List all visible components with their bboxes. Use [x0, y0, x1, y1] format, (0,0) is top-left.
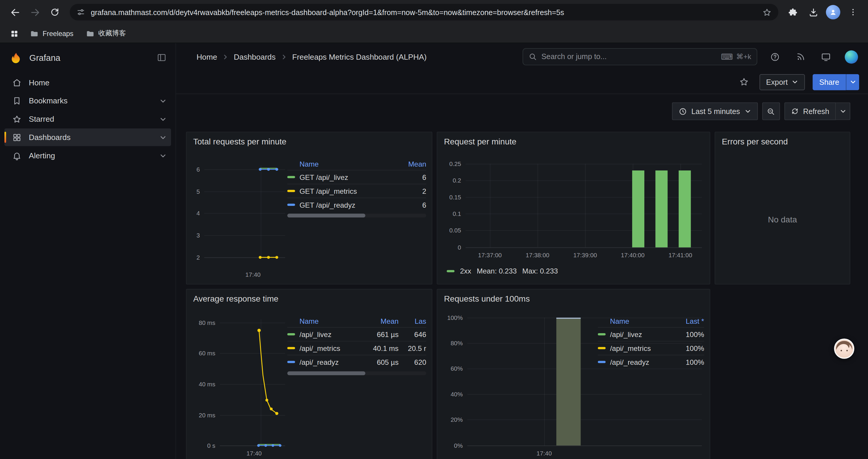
legend-row: /api/_metrics 40.1 ms 20.5 r: [287, 341, 426, 355]
app-header: Home Dashboards Freeleaps Metrics Dashbo…: [176, 43, 868, 70]
zoom-out-icon[interactable]: [762, 102, 780, 120]
panel-title[interactable]: Errors per second: [715, 132, 850, 146]
chevron-down-icon[interactable]: [159, 97, 167, 104]
legend-header-mean[interactable]: Mean: [404, 160, 426, 168]
legend-header-name[interactable]: Name: [610, 317, 672, 325]
chevron-down-icon[interactable]: [159, 133, 167, 140]
help-icon[interactable]: [767, 49, 783, 64]
series-color-dash: [447, 270, 454, 272]
bookmarks-bar: Freeleaps 收藏博客: [0, 24, 868, 42]
x-tick: 17:40: [245, 271, 260, 277]
y-tick: 100%: [437, 314, 463, 321]
line-chart: [217, 317, 289, 450]
favorite-star-icon[interactable]: [736, 74, 752, 90]
browser-toolbar: [0, 0, 868, 24]
chevron-down-icon[interactable]: [159, 116, 167, 123]
panel-title[interactable]: Request per minute: [437, 132, 710, 146]
sidebar-item-bookmarks[interactable]: Bookmarks: [4, 92, 171, 109]
legend-header-last[interactable]: Las: [403, 317, 426, 325]
dock-menu-icon[interactable]: [157, 52, 167, 64]
extensions-icon[interactable]: [784, 3, 803, 22]
search-box[interactable]: ⌨ ⌘+k: [523, 48, 757, 65]
legend: 2xx Mean: 0.233 Max: 0.233: [447, 267, 558, 275]
y-tick: 0: [437, 244, 461, 251]
refresh-interval-dropdown[interactable]: [836, 102, 850, 120]
share-button[interactable]: Share: [813, 74, 846, 90]
screen: Freeleaps 收藏博客 Grafana: [0, 0, 868, 459]
rss-icon[interactable]: [793, 49, 808, 64]
panel-title[interactable]: Requests under 100ms: [437, 290, 710, 303]
browser-menu-icon[interactable]: [844, 3, 863, 22]
user-avatar[interactable]: [844, 49, 859, 64]
scrollbar-thumb[interactable]: [287, 371, 365, 375]
refresh-button[interactable]: Refresh: [784, 102, 836, 120]
url-input[interactable]: [91, 8, 756, 16]
sidebar-item-dashboards[interactable]: Dashboards: [4, 129, 171, 146]
tab-groups-icon[interactable]: [6, 26, 22, 41]
x-tick: 17:37:00: [478, 252, 502, 258]
scrollbar-thumb[interactable]: [287, 214, 365, 218]
legend-row: GET /api/_metrics 2: [287, 184, 426, 198]
breadcrumb-dashboards[interactable]: Dashboards: [234, 52, 275, 61]
y-tick: 2: [186, 254, 200, 261]
avatar-image: [834, 338, 855, 359]
grafana-logo-icon[interactable]: [9, 51, 23, 65]
legend-header-name[interactable]: Name: [300, 160, 400, 168]
clock-icon: [679, 107, 687, 116]
share-dropdown-icon[interactable]: [846, 74, 859, 90]
no-data-message: No data: [715, 155, 850, 284]
refresh-icon: [791, 107, 799, 115]
y-tick: 80%: [437, 340, 463, 346]
bookmark-label: Freeleaps: [42, 30, 73, 37]
sidebar-item-alerting[interactable]: Alerting: [4, 147, 171, 165]
series-name[interactable]: 2xx: [460, 267, 471, 275]
browser-reload-button[interactable]: [45, 3, 64, 22]
refresh-split-button: Refresh: [784, 102, 850, 120]
sidebar-item-home[interactable]: Home: [4, 73, 171, 91]
panel-title[interactable]: Average response time: [186, 290, 432, 303]
bookmark-star-icon[interactable]: [762, 7, 772, 17]
folder-icon: [30, 29, 39, 38]
y-tick: 0.2: [437, 177, 461, 184]
downloads-icon[interactable]: [804, 3, 823, 22]
browser-forward-button[interactable]: [25, 3, 44, 22]
y-tick: 60 ms: [186, 350, 215, 356]
bookmark-icon: [12, 96, 22, 105]
chevron-down-icon: [792, 78, 798, 85]
bar-2xx: [632, 170, 644, 247]
main-area: Home Dashboards Freeleaps Metrics Dashbo…: [176, 43, 868, 459]
browser-profile-avatar[interactable]: [824, 3, 843, 22]
legend-row: GET /api/_livez 6: [287, 170, 426, 184]
y-tick: 80 ms: [186, 319, 215, 326]
dashboard-content: Last 5 minutes Refresh: [176, 94, 868, 459]
x-tick: 17:41:00: [669, 252, 692, 258]
address-bar[interactable]: [70, 4, 778, 21]
dashboard-actions-bar: Export Share: [176, 70, 868, 94]
panel-requests-under-100ms: Requests under 100ms 100% 80% 60% 40% 20…: [437, 289, 710, 459]
bookmark-blog-favorites[interactable]: 收藏博客: [81, 26, 131, 41]
legend-header-last[interactable]: Last *: [677, 317, 704, 325]
y-tick: 0 s: [186, 442, 215, 449]
sidebar-brand: Grafana: [0, 43, 176, 73]
bookmark-freeleaps[interactable]: Freeleaps: [25, 26, 78, 41]
kiosk-monitor-icon[interactable]: [818, 49, 833, 64]
breadcrumb-home[interactable]: Home: [196, 52, 217, 61]
search-input[interactable]: [541, 53, 716, 61]
sidebar-item-starred[interactable]: Starred: [4, 110, 171, 128]
legend-header-name[interactable]: Name: [300, 317, 356, 325]
panel-title[interactable]: Total requests per minute: [186, 132, 432, 146]
site-settings-icon[interactable]: [76, 8, 85, 17]
sidebar-nav: Home Bookmarks Starred: [0, 73, 176, 164]
export-button[interactable]: Export: [760, 74, 805, 90]
assistant-avatar-button[interactable]: [834, 338, 855, 359]
bar-2xx: [679, 170, 691, 247]
panel-errors-per-second: Errors per second No data: [715, 132, 850, 285]
legend-header: Name Last *: [598, 315, 704, 327]
time-range-picker[interactable]: Last 5 minutes: [672, 102, 758, 120]
legend-header-mean[interactable]: Mean: [361, 317, 399, 325]
series-color-dash: [287, 361, 295, 363]
browser-back-button[interactable]: [6, 3, 25, 22]
chevron-down-icon[interactable]: [159, 152, 167, 159]
y-tick: 0%: [437, 442, 463, 449]
search-icon: [529, 53, 537, 61]
